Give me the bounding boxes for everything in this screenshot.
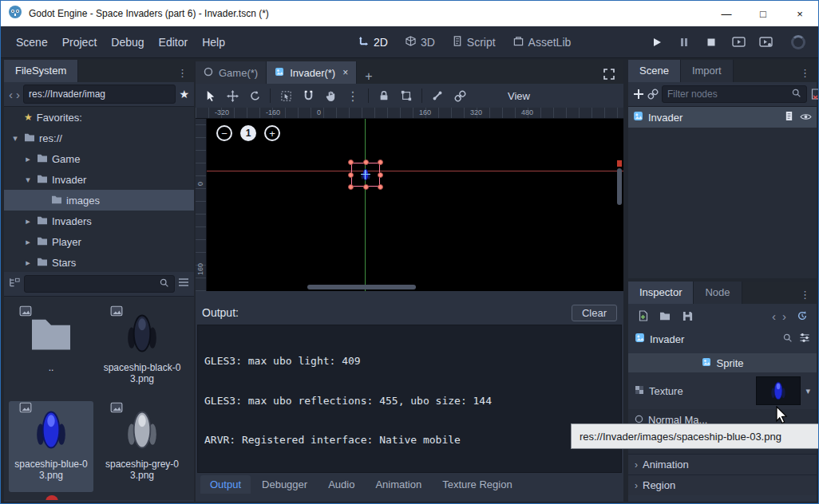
menu-scene[interactable]: Scene [9,32,55,53]
view-menu-button[interactable]: View [508,90,530,102]
texture-dropdown-icon[interactable]: ▾ [805,386,810,396]
scene-tree-row-invader[interactable]: Invader [628,107,817,128]
instance-scene-icon[interactable] [647,85,659,104]
selected-sprite[interactable] [351,163,380,187]
tab-filesystem[interactable]: FileSystem [4,60,78,82]
dock-menu-icon[interactable]: ⋮ [171,64,194,82]
section-region[interactable]: › Region [628,474,817,495]
lock-icon[interactable] [374,86,394,105]
tree-row-images[interactable]: images [4,190,194,211]
file-item-black[interactable]: spaceship-black-03.png [100,305,184,396]
menu-debug[interactable]: Debug [104,32,151,53]
bottom-tab-output[interactable]: Output [200,475,251,494]
file-item-up[interactable]: .. [9,305,93,396]
tree-row-favorites[interactable]: ★ Favorites: [4,107,194,128]
zoom-in-button[interactable]: + [264,125,280,141]
zoom-out-button[interactable]: − [216,125,232,141]
snap-magnet-icon[interactable] [299,86,318,105]
pan-tool-icon[interactable] [321,86,340,105]
2d-viewport[interactable]: -320 -160 0 160 320 480 0 160 − 1 + [196,108,623,291]
play-custom-scene-button[interactable] [756,33,775,52]
rotate-tool-icon[interactable] [245,86,264,105]
tree-row-game[interactable]: ▸ Game [4,148,194,169]
object-history-icon[interactable] [793,306,812,325]
tab-scene[interactable]: Scene [628,60,681,82]
tab-inspector[interactable]: Inspector [628,282,694,304]
tab-import[interactable]: Import [681,60,734,82]
close-button[interactable]: × [781,1,818,26]
filesystem-search-input[interactable] [30,278,159,289]
resize-handle[interactable] [348,159,354,165]
resize-handle[interactable] [363,184,369,190]
play-scene-button[interactable] [729,33,748,52]
move-tool-icon[interactable] [223,86,242,105]
pause-button[interactable] [675,33,694,52]
group-icon[interactable] [397,86,416,105]
distraction-free-icon[interactable] [595,68,623,84]
attached-script-icon[interactable] [785,111,793,124]
close-tab-icon[interactable]: × [342,67,348,78]
resize-handle[interactable] [378,159,383,165]
history-back-icon[interactable]: ‹ [9,88,13,101]
search-properties-icon[interactable] [782,333,793,345]
add-node-icon[interactable] [633,85,644,104]
zoom-reset-button[interactable]: 1 [240,125,256,141]
select-tool-icon[interactable] [200,86,220,105]
vertical-scrollbar[interactable] [617,168,622,205]
history-forward-icon[interactable]: › [782,309,786,323]
new-resource-icon[interactable] [633,306,652,325]
dock-menu-icon[interactable]: ⋮ [793,64,817,82]
current-path-box[interactable]: res://Invader/imag [23,85,176,104]
thumbnail-view-icon[interactable] [178,277,189,291]
mode-2d[interactable]: 2D [352,32,394,53]
bottom-tab-texture-region[interactable]: Texture Region [433,475,521,494]
mode-3d[interactable]: 3D [399,32,441,53]
detach-script-icon[interactable] [810,85,819,104]
file-item-blue[interactable]: spaceship-blue-03.png [9,401,93,493]
load-resource-folder-icon[interactable] [655,306,675,325]
resize-handle[interactable] [378,184,383,190]
dock-menu-icon[interactable]: ⋮ [793,285,817,304]
resize-handle[interactable] [348,172,354,178]
menu-help[interactable]: Help [195,32,232,53]
scene-tab-game[interactable]: Game(*) [196,61,267,84]
tree-row-invaders[interactable]: ▸ Invaders [4,211,194,231]
snap-options-icon[interactable]: ⋮ [343,86,362,105]
texture-preview[interactable] [756,376,801,405]
bottom-tab-animation[interactable]: Animation [366,475,431,494]
list-select-icon[interactable] [276,86,295,105]
bottom-tab-audio[interactable]: Audio [318,475,364,494]
output-console[interactable]: GLES3: max ubo light: 409 GLES3: max ubo… [197,325,622,473]
resize-handle[interactable] [363,159,369,165]
scene-tab-invader[interactable]: Invader(*) × [267,61,357,84]
mode-script[interactable]: Script [446,32,502,53]
bottom-tab-debugger[interactable]: Debugger [252,475,317,494]
save-resource-icon[interactable] [678,306,697,325]
tree-row-player[interactable]: ▸ Player [4,231,194,252]
file-item-grey[interactable]: spaceship-grey-03.png [100,401,184,493]
play-button[interactable] [647,33,667,52]
horizontal-scrollbar[interactable] [307,285,416,289]
history-forward-icon[interactable]: › [16,88,20,101]
tree-row-res[interactable]: ▾ res:// [4,128,194,148]
canvas-area[interactable]: − 1 + [207,119,623,291]
filter-nodes-input[interactable] [667,89,791,100]
tree-row-stars[interactable]: ▸ Stars [4,252,194,272]
clear-output-button[interactable]: Clear [572,305,617,321]
maximize-button[interactable]: □ [745,1,781,26]
menu-project[interactable]: Project [55,32,105,53]
split-mode-icon[interactable] [9,277,21,291]
new-scene-tab-button[interactable]: + [357,69,380,84]
minimize-button[interactable]: — [708,1,745,26]
bone-icon[interactable] [428,86,447,105]
chain-link-icon[interactable] [450,86,469,105]
resize-handle[interactable] [348,184,354,190]
stop-button[interactable] [702,33,721,52]
tune-sliders-icon[interactable] [799,333,810,345]
section-animation[interactable]: › Animation [628,454,817,474]
mode-assetlib[interactable]: AssetLib [507,32,578,53]
favorite-star-icon[interactable]: ★ [179,88,189,100]
tree-row-invader[interactable]: ▾ Invader [4,169,194,190]
menu-editor[interactable]: Editor [152,32,196,53]
resize-handle[interactable] [378,172,383,178]
